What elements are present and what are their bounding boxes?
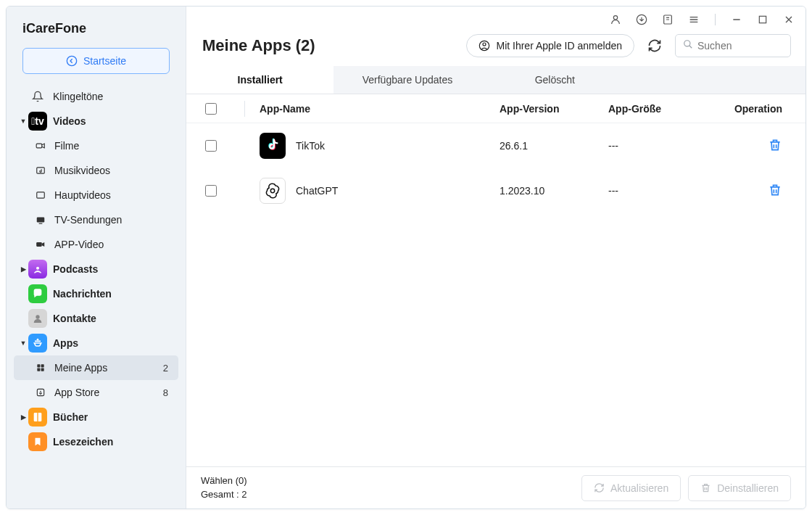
sidebar-item-hauptvideos[interactable]: Hauptvideos bbox=[14, 183, 178, 207]
tab-deleted[interactable]: Gelöscht bbox=[481, 66, 629, 94]
sidebar-item-filme[interactable]: Filme bbox=[14, 133, 178, 158]
app-size: --- bbox=[608, 140, 717, 152]
sidebar-item-label: Apps bbox=[53, 337, 173, 349]
home-video-icon bbox=[34, 189, 47, 202]
books-icon bbox=[28, 408, 47, 427]
sidebar-item-messages[interactable]: ▶ Nachrichten bbox=[14, 281, 178, 306]
select-all-checkbox[interactable] bbox=[205, 103, 217, 115]
svg-point-6 bbox=[37, 267, 39, 269]
sidebar-item-tv[interactable]: TV-Sendungen bbox=[14, 207, 178, 232]
sidebar-item-label: Lesezeichen bbox=[53, 436, 173, 448]
svg-rect-4 bbox=[37, 218, 45, 223]
sidebar-item-label: TV-Sendungen bbox=[54, 214, 173, 226]
sidebar-item-label: Bücher bbox=[53, 411, 173, 423]
row-checkbox[interactable] bbox=[205, 185, 217, 197]
selection-count: Wählen (0) bbox=[201, 474, 247, 487]
delete-button[interactable] bbox=[768, 183, 782, 199]
svg-point-0 bbox=[67, 56, 76, 65]
apps-icon bbox=[28, 334, 47, 353]
back-arrow-icon bbox=[66, 55, 78, 67]
sidebar-item-label: Musikvideos bbox=[54, 165, 173, 176]
sidebar-item-contacts[interactable]: ▶ Kontakte bbox=[14, 306, 178, 331]
column-size: App-Größe bbox=[608, 103, 717, 115]
messages-icon bbox=[28, 284, 47, 303]
chevron-right-icon: ▶ bbox=[18, 413, 28, 421]
app-name: TikTok bbox=[296, 140, 325, 152]
feedback-icon[interactable] bbox=[661, 13, 674, 26]
column-name: App-Name bbox=[260, 103, 500, 115]
sidebar-item-podcasts[interactable]: ▶ Podcasts bbox=[14, 257, 178, 281]
svg-rect-1 bbox=[36, 144, 42, 148]
my-apps-icon bbox=[34, 361, 47, 374]
signin-label: Mit Ihrer Apple ID anmelden bbox=[496, 40, 622, 52]
refresh-icon bbox=[594, 482, 605, 493]
row-checkbox[interactable] bbox=[205, 140, 217, 152]
sidebar-item-label: Videos bbox=[53, 115, 173, 127]
svg-rect-10 bbox=[37, 368, 40, 371]
refresh-button[interactable]: Aktualisieren bbox=[581, 475, 681, 501]
delete-button[interactable] bbox=[768, 138, 782, 154]
sidebar-item-appvideo[interactable]: APP-Video bbox=[14, 232, 178, 257]
home-button[interactable]: Startseite bbox=[22, 48, 170, 74]
refresh-icon-button[interactable] bbox=[643, 34, 666, 57]
sidebar-item-videos[interactable]: ▼ tv Videos bbox=[14, 109, 178, 133]
app-store-icon bbox=[34, 386, 47, 399]
app-video-icon bbox=[34, 238, 47, 251]
bell-icon bbox=[28, 87, 47, 106]
page-title: Meine Apps (2) bbox=[202, 36, 457, 55]
svg-point-18 bbox=[483, 43, 486, 46]
chevron-right-icon: ▶ bbox=[18, 265, 28, 273]
tv-icon bbox=[34, 213, 47, 226]
sidebar-item-musikvideos[interactable]: Musikvideos bbox=[14, 158, 178, 183]
app-name: ChatGPT bbox=[296, 185, 338, 197]
trash-icon bbox=[700, 482, 711, 493]
uninstall-label: Deinstallieren bbox=[717, 482, 779, 494]
tab-updates[interactable]: Verfügbare Updates bbox=[334, 66, 481, 94]
chevron-down-icon: ▼ bbox=[18, 339, 28, 347]
sidebar-item-books[interactable]: ▶ Bücher bbox=[14, 405, 178, 429]
column-version: App-Version bbox=[500, 103, 608, 115]
svg-point-19 bbox=[684, 41, 690, 46]
menu-icon[interactable] bbox=[687, 13, 700, 26]
total-count: Gesamt : 2 bbox=[201, 488, 247, 501]
tab-installed[interactable]: Installiert bbox=[186, 66, 334, 94]
svg-point-7 bbox=[36, 315, 39, 318]
sidebar-item-label: Meine Apps bbox=[54, 362, 163, 374]
signin-apple-button[interactable]: Mit Ihrer Apple ID anmelden bbox=[466, 34, 634, 57]
count-badge: 2 bbox=[163, 363, 173, 374]
svg-rect-9 bbox=[41, 364, 44, 367]
minimize-button[interactable] bbox=[730, 13, 743, 26]
search-input[interactable] bbox=[697, 40, 783, 52]
sidebar-item-app-store[interactable]: App Store 8 bbox=[14, 380, 178, 405]
app-version: 1.2023.10 bbox=[500, 185, 608, 197]
camera-icon bbox=[34, 139, 47, 152]
sidebar-item-label: Kontakte bbox=[53, 313, 173, 324]
maximize-button[interactable] bbox=[756, 13, 769, 26]
sidebar-item-label: Hauptvideos bbox=[54, 189, 173, 201]
download-icon[interactable] bbox=[635, 13, 648, 26]
podcasts-icon bbox=[28, 260, 47, 279]
svg-rect-16 bbox=[759, 16, 766, 22]
svg-rect-3 bbox=[37, 192, 45, 198]
close-button[interactable] bbox=[782, 13, 795, 26]
column-operation: Operation bbox=[717, 103, 790, 115]
search-icon bbox=[683, 39, 693, 52]
table-row: ChatGPT1.2023.10--- bbox=[186, 168, 805, 213]
user-icon[interactable] bbox=[609, 13, 622, 26]
sidebar-item-label: Filme bbox=[54, 140, 173, 152]
sidebar-item-label: Nachrichten bbox=[53, 288, 173, 300]
search-input-container[interactable] bbox=[675, 34, 791, 57]
sidebar-item-label: App Store bbox=[54, 387, 163, 398]
svg-rect-5 bbox=[36, 242, 42, 247]
sidebar-item-bookmarks[interactable]: ▶ Lesezeichen bbox=[14, 429, 178, 454]
home-label: Startseite bbox=[83, 55, 126, 67]
sidebar-item-label: APP-Video bbox=[54, 239, 173, 250]
contacts-icon bbox=[28, 309, 47, 328]
sidebar-item-apps[interactable]: ▼ Apps bbox=[14, 331, 178, 355]
svg-point-13 bbox=[613, 16, 617, 20]
chevron-down-icon: ▼ bbox=[18, 118, 28, 125]
sidebar-item-my-apps[interactable]: Meine Apps 2 bbox=[14, 355, 178, 380]
svg-point-20 bbox=[270, 189, 274, 192]
sidebar-item-ringtones[interactable]: ▶ Klingeltöne bbox=[14, 84, 178, 109]
uninstall-button[interactable]: Deinstallieren bbox=[688, 475, 791, 501]
